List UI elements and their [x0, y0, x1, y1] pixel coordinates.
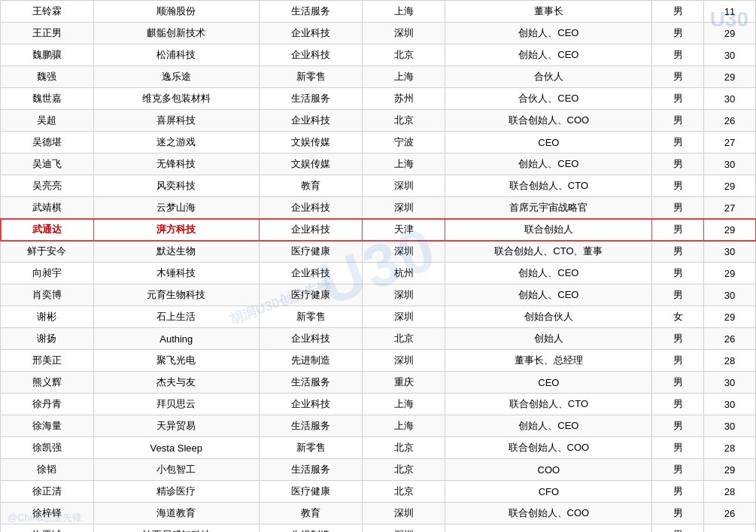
cell-age: 29 — [704, 459, 756, 481]
cell-role: 创始人、CEO — [445, 263, 652, 284]
cell-name: 吴德堪 — [1, 132, 94, 154]
cell-gender: 男 — [652, 459, 704, 481]
table-row: 鲜于安今默达生物医疗健康深圳联合创始人、CTO、董事男30 — [1, 241, 756, 263]
cell-name: 武通达 — [1, 219, 94, 241]
cell-age: 27 — [704, 197, 756, 219]
cell-role: 联合创始人、CTO — [445, 175, 652, 197]
cell-role: 创始人、CEO — [445, 284, 652, 306]
cell-company: 杰夫与友 — [93, 372, 259, 394]
cell-name: 肖奕博 — [1, 284, 94, 306]
cell-gender: 男 — [652, 66, 704, 88]
cell-role: 联合创始人、COO — [445, 110, 652, 132]
cell-gender: 男 — [652, 372, 704, 394]
cell-industry: 医疗健康 — [259, 284, 363, 306]
cell-city: 北京 — [363, 110, 445, 132]
cell-city: 深圳 — [363, 197, 445, 219]
cell-company: 无锋科技 — [93, 154, 259, 175]
cell-gender: 男 — [652, 394, 704, 415]
cell-company: 元育生物科技 — [93, 284, 259, 306]
cell-name: 王正男 — [1, 23, 94, 44]
cell-industry: 医疗健康 — [259, 241, 363, 263]
cell-gender: 男 — [652, 197, 704, 219]
cell-gender: 男 — [652, 481, 704, 503]
cell-role: 联合创始人、CTO — [445, 394, 652, 415]
cell-name: 魏世嘉 — [1, 88, 94, 110]
cell-company: 麒骺创新技术 — [93, 23, 259, 44]
cell-name: 武靖棋 — [1, 197, 94, 219]
cell-age: 30 — [704, 372, 756, 394]
cell-gender: 男 — [652, 88, 704, 110]
cell-city: 深圳 — [363, 306, 445, 328]
cell-age: 30 — [704, 154, 756, 175]
cell-age: 30 — [704, 241, 756, 263]
table-row: 谢彬石上生活新零售深圳创始合伙人女29 — [1, 306, 756, 328]
cell-company: 海道教育 — [93, 503, 259, 524]
cell-role: 创始合伙人 — [445, 306, 652, 328]
cell-industry: 新零售 — [259, 306, 363, 328]
cell-gender: 男 — [652, 437, 704, 459]
cell-gender: 男 — [652, 524, 704, 533]
cell-industry: 教育 — [259, 503, 363, 524]
cell-gender: 男 — [652, 328, 704, 350]
cell-name: 吴超 — [1, 110, 94, 132]
cell-city: 深圳 — [363, 524, 445, 533]
table-row: 武通达湃方科技企业科技天津联合创始人男29 — [1, 219, 756, 241]
cell-gender: 男 — [652, 110, 704, 132]
cell-city: 上海 — [363, 415, 445, 437]
cell-industry: 医疗健康 — [259, 481, 363, 503]
cell-city: 杭州 — [363, 263, 445, 284]
cell-role: CEO — [445, 524, 652, 533]
cell-company: 拜贝思云 — [93, 394, 259, 415]
cell-gender: 男 — [652, 350, 704, 372]
cell-gender: 男 — [652, 503, 704, 524]
cell-gender: 男 — [652, 241, 704, 263]
cell-age: 29 — [704, 306, 756, 328]
cell-industry: 新零售 — [259, 437, 363, 459]
cell-name: 徐韬 — [1, 459, 94, 481]
cell-industry: 先进制造 — [259, 524, 363, 533]
cell-gender: 男 — [652, 132, 704, 154]
cell-city: 上海 — [363, 66, 445, 88]
table-row: 徐海量天异贸易生活服务上海创始人、CEO男30 — [1, 415, 756, 437]
cell-city: 天津 — [363, 219, 445, 241]
table-row: 徐丹青拜贝思云企业科技上海联合创始人、CTO男30 — [1, 394, 756, 415]
cell-name: 吴亮亮 — [1, 175, 94, 197]
table-row: 魏鹏骧松浦科技企业科技北京创始人、CEO男30 — [1, 44, 756, 66]
cell-company: 云梦山海 — [93, 197, 259, 219]
cell-city: 北京 — [363, 481, 445, 503]
table-row: 吴德堪迷之游戏文娱传媒宁波CEO男27 — [1, 132, 756, 154]
cell-age: 11 — [704, 1, 756, 23]
cell-role: 创始人、CEO — [445, 415, 652, 437]
table-row: 魏世嘉维克多包装材料生活服务苏州合伙人、CEO男30 — [1, 88, 756, 110]
cell-company: 松浦科技 — [93, 44, 259, 66]
cell-city: 深圳 — [363, 23, 445, 44]
cell-city: 北京 — [363, 328, 445, 350]
cell-age: 26 — [704, 503, 756, 524]
cell-role: CEO — [445, 132, 652, 154]
cell-industry: 生活服务 — [259, 1, 363, 23]
cell-age: 29 — [704, 219, 756, 241]
cell-city: 北京 — [363, 44, 445, 66]
cell-industry: 文娱传媒 — [259, 154, 363, 175]
cell-name: 徐梓铎 — [1, 503, 94, 524]
cell-industry: 企业科技 — [259, 328, 363, 350]
cell-name: 谢彬 — [1, 306, 94, 328]
cell-gender: 男 — [652, 263, 704, 284]
table-row: 吴亮亮风奕科技教育深圳联合创始人、CTO男29 — [1, 175, 756, 197]
cell-city: 上海 — [363, 1, 445, 23]
cell-company: 湃方科技 — [93, 219, 259, 241]
cell-company: 迷之游戏 — [93, 132, 259, 154]
cell-name: 徐海量 — [1, 415, 94, 437]
cell-gender: 男 — [652, 219, 704, 241]
cell-role: COO — [445, 459, 652, 481]
cell-industry: 生活服务 — [259, 459, 363, 481]
cell-role: 合伙人 — [445, 66, 652, 88]
cell-gender: 男 — [652, 44, 704, 66]
cell-gender: 男 — [652, 284, 704, 306]
table-container: 王铃霖顺瀚股份生活服务上海董事长男11王正男麒骺创新技术企业科技深圳创始人、CE… — [0, 0, 756, 532]
cell-company: 默达生物 — [93, 241, 259, 263]
cell-company: 风奕科技 — [93, 175, 259, 197]
cell-company: Authing — [93, 328, 259, 350]
cell-age: 28 — [704, 350, 756, 372]
cell-city: 重庆 — [363, 372, 445, 394]
